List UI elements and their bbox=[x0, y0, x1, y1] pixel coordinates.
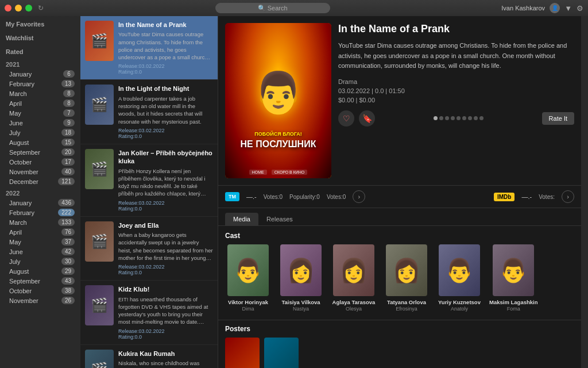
dot-7[interactable] bbox=[468, 116, 472, 120]
sidebar-month-2022-august[interactable]: August29 bbox=[0, 266, 80, 276]
tm-score: —.- bbox=[246, 193, 257, 200]
detail-panel: 12+ ✕ т.вилкова а.тарасова м.лагашкин ю.… bbox=[218, 16, 581, 368]
tab-releases[interactable]: Releases bbox=[258, 213, 301, 225]
maximize-button[interactable] bbox=[25, 5, 32, 12]
title-bar: ↻ 🔍 Search Ivan Kashkarov 👤 ▼ ⚙ bbox=[0, 0, 588, 16]
close-button[interactable] bbox=[5, 5, 11, 12]
movie-list-item[interactable]: 🎬 Jan Koller – Příběh obyčejného kluka P… bbox=[80, 144, 218, 217]
filter-icon[interactable]: ▼ bbox=[564, 4, 572, 13]
movie-thumb: 🎬 bbox=[85, 350, 114, 368]
imdb-score: —.- bbox=[521, 193, 532, 200]
dot-2[interactable] bbox=[439, 116, 443, 120]
cast-name: Viktor Horinyak bbox=[228, 299, 268, 306]
cast-role: Dima bbox=[242, 306, 254, 312]
dot-8[interactable] bbox=[474, 116, 478, 120]
movie-list-item[interactable]: 🎬 Kukira Kau Rumah Niskala, who since ch… bbox=[80, 345, 218, 368]
movie-thumb: 🎬 bbox=[85, 85, 114, 125]
cast-photo: 👩 bbox=[386, 244, 427, 296]
movie-thumb: 🎬 bbox=[85, 21, 114, 61]
rate-button[interactable]: Rate It bbox=[542, 112, 574, 125]
cast-member[interactable]: 👩 Aglaya Tarasova Olesya bbox=[331, 244, 377, 312]
search-placeholder: Search bbox=[268, 5, 288, 12]
tab-media[interactable]: Media bbox=[225, 213, 258, 225]
movie-title: Kukira Kau Rumah bbox=[118, 350, 213, 358]
votes-count: Votes:0 bbox=[327, 194, 346, 200]
dot-3[interactable] bbox=[445, 116, 449, 120]
sidebar-month-march[interactable]: March8 bbox=[0, 89, 80, 98]
movie-list-item[interactable]: 🎬 Joey and Ella When a baby kangaroo get… bbox=[80, 217, 218, 281]
dot-4[interactable] bbox=[451, 116, 455, 120]
user-name: Ivan Kashkarov bbox=[501, 5, 545, 12]
sidebar-month-january[interactable]: January6 bbox=[0, 69, 80, 79]
cast-section-title: Cast bbox=[225, 232, 574, 240]
poster-subtitle-text: ПОБОЙСЯ БЛОГА! bbox=[225, 131, 331, 137]
sidebar-month-2022-november[interactable]: November26 bbox=[0, 296, 80, 305]
sidebar-item-rated[interactable]: Rated bbox=[0, 44, 80, 57]
settings-icon[interactable]: ⚙ bbox=[577, 4, 583, 13]
cast-role: Olesya bbox=[346, 306, 362, 312]
sidebar-month-2022-june[interactable]: June42 bbox=[0, 247, 80, 256]
cast-member[interactable]: 👩 Taisiya Vilkova Nastya bbox=[278, 244, 324, 312]
movie-release: Release:03.02.2022Rating:0.0 bbox=[118, 328, 213, 340]
movie-list-item[interactable]: 🎬 In the Name of a Prank YouTube star Di… bbox=[80, 16, 218, 80]
movie-list-item[interactable]: 🎬 Kidz Klub! EIT! has unearthed thousand… bbox=[80, 281, 218, 344]
year-2021: 2021 bbox=[0, 57, 80, 69]
sidebar-month-2022-may[interactable]: May37 bbox=[0, 237, 80, 247]
movie-title: Joey and Ella bbox=[118, 221, 213, 229]
cast-name: Tatyana Orlova bbox=[387, 299, 426, 306]
sidebar-month-2022-january[interactable]: January436 bbox=[0, 198, 80, 208]
sidebar-month-2022-april[interactable]: April76 bbox=[0, 227, 80, 237]
poster-logo-1: НOME bbox=[249, 170, 267, 175]
sidebar-month-october[interactable]: October17 bbox=[0, 157, 80, 167]
sidebar-month-2022-february[interactable]: February222 bbox=[0, 208, 80, 217]
sidebar-month-2022-march[interactable]: March133 bbox=[0, 217, 80, 227]
minimize-button[interactable] bbox=[15, 5, 22, 12]
cast-member[interactable]: 👨 Viktor Horinyak Dima bbox=[225, 244, 271, 312]
imdb-expand-button[interactable]: › bbox=[562, 190, 574, 203]
heart-button[interactable]: ♡ bbox=[338, 110, 354, 126]
sidebar-month-november[interactable]: November40 bbox=[0, 167, 80, 177]
sidebar-month-august[interactable]: August15 bbox=[0, 137, 80, 147]
sidebar-month-april[interactable]: April8 bbox=[0, 98, 80, 108]
hero-revenue: $0.00 | $0.00 bbox=[338, 97, 574, 103]
movie-release: Release:03.02.2022Rating:0.0 bbox=[118, 63, 213, 75]
refresh-button[interactable]: ↻ bbox=[38, 4, 44, 12]
cast-member[interactable]: 👨 Maksim Lagashkin Foma bbox=[489, 244, 537, 312]
bookmark-button[interactable]: 🔖 bbox=[359, 110, 375, 126]
imdb-badge: IMDb bbox=[494, 193, 514, 201]
sidebar-month-september[interactable]: September20 bbox=[0, 147, 80, 157]
sidebar-month-february[interactable]: February13 bbox=[0, 79, 80, 89]
sidebar-item-favorites[interactable]: My Favorites bbox=[0, 16, 80, 30]
cast-name: Maksim Lagashkin bbox=[489, 299, 537, 306]
right-edge-scrollbar bbox=[581, 16, 588, 368]
sidebar-month-june[interactable]: June9 bbox=[0, 118, 80, 128]
cast-name: Aglaya Tarasova bbox=[332, 299, 376, 306]
dot-5[interactable] bbox=[457, 116, 461, 120]
poster-thumb-2[interactable] bbox=[264, 338, 299, 368]
sidebar-month-december[interactable]: December121 bbox=[0, 177, 80, 186]
hero-poster: 12+ ✕ т.вилкова а.тарасова м.лагашкин ю.… bbox=[225, 23, 331, 178]
movie-desc: EIT! has unearthed thousands of forgotte… bbox=[118, 296, 213, 326]
sidebar-month-may[interactable]: May7 bbox=[0, 108, 80, 118]
cast-scroll: 👨 Viktor Horinyak Dima 👩 Taisiya Vilkova… bbox=[225, 244, 574, 314]
movie-title: In the Light of the Night bbox=[118, 85, 213, 93]
popularity-label: Popularity:0 bbox=[289, 194, 320, 200]
sidebar-month-2022-october[interactable]: October38 bbox=[0, 286, 80, 296]
posters-section: Posters bbox=[218, 320, 581, 368]
poster-thumb-1[interactable] bbox=[225, 338, 260, 368]
movie-list-item[interactable]: 🎬 In the Light of the Night A troubled c… bbox=[80, 80, 218, 144]
dot-6[interactable] bbox=[462, 116, 466, 120]
tm-expand-button[interactable]: › bbox=[353, 190, 365, 203]
dot-9[interactable] bbox=[479, 116, 483, 120]
sidebar-month-2022-july[interactable]: July30 bbox=[0, 256, 80, 266]
dot-1[interactable] bbox=[434, 116, 438, 120]
ratings-row: TM —.- Votes:0 Popularity:0 Votes:0 › IM… bbox=[218, 186, 581, 208]
sidebar-month-2022-september[interactable]: September43 bbox=[0, 276, 80, 286]
cast-member[interactable]: 👨 Yuriy Kuznetsov Anatoly bbox=[436, 244, 482, 312]
sidebar-item-watchlist[interactable]: Watchlist bbox=[0, 30, 80, 44]
image-dots bbox=[380, 116, 537, 120]
poster-bottom: НOME СКОРО В КИНО bbox=[225, 170, 331, 175]
sidebar-month-july[interactable]: July18 bbox=[0, 128, 80, 137]
cast-member[interactable]: 👩 Tatyana Orlova Efrosinya bbox=[384, 244, 430, 312]
search-input[interactable]: 🔍 Search bbox=[215, 3, 330, 13]
